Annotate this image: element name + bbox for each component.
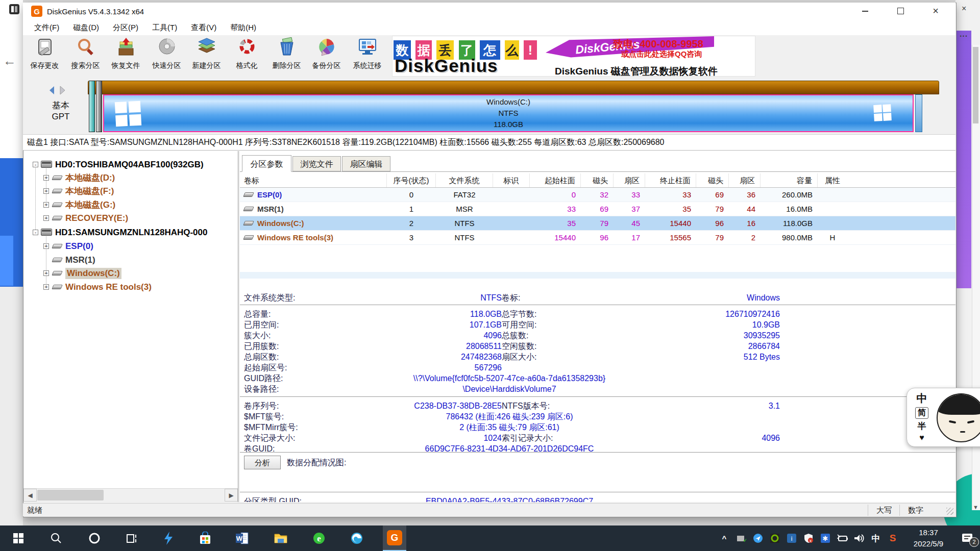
- recover-files-button[interactable]: 恢复文件: [106, 37, 146, 76]
- tray-bird-app-icon[interactable]: [752, 525, 764, 551]
- tray-snowflake-icon[interactable]: ✱: [820, 525, 831, 551]
- tree-item-esp[interactable]: + ESP(0): [23, 240, 238, 253]
- edge-icon[interactable]: [345, 525, 369, 551]
- system-migration-button[interactable]: 系统迁移: [347, 37, 387, 76]
- minimize-button[interactable]: [853, 3, 877, 19]
- backup-partition-button[interactable]: 备份分区: [306, 37, 347, 76]
- esp-partition-bar[interactable]: [89, 81, 95, 132]
- tray-power-icon[interactable]: [837, 525, 848, 551]
- scroll-thumb[interactable]: [37, 490, 104, 500]
- partition-detail-panel: 分区参数 浏览文件 扇区编辑 卷标 序号(状态) 文件系统 标识 起始柱面 磁头…: [240, 151, 955, 502]
- tree-item-windows-re[interactable]: + Windows RE tools(3): [23, 281, 238, 293]
- collapse-icon[interactable]: -: [33, 162, 38, 167]
- cortana-icon[interactable]: [83, 525, 106, 551]
- start-button[interactable]: [7, 525, 30, 551]
- menu-file[interactable]: 文件(F): [34, 23, 59, 33]
- menu-view[interactable]: 查看(V): [191, 23, 216, 33]
- banner-ad[interactable]: 数 据 丢 了 怎 么 ! DiskGenius DiskGenius 致电: …: [392, 36, 755, 77]
- re-partition-bar[interactable]: [915, 94, 922, 132]
- background-close-icon[interactable]: ×: [962, 4, 966, 13]
- scroll-left-button[interactable]: ◀: [23, 489, 37, 502]
- disk-basic-label: 基本: [45, 99, 76, 111]
- menu-tools[interactable]: 工具(T): [152, 23, 177, 33]
- expand-icon[interactable]: +: [43, 188, 49, 194]
- table-row-msr[interactable]: MSR(1) 1 MSR 33 69 37 35 79 44 16.0MB: [240, 202, 955, 216]
- expand-icon[interactable]: +: [43, 215, 49, 221]
- search-partition-button[interactable]: 搜索分区: [65, 37, 106, 76]
- wallpaper-purple-band: [954, 31, 971, 288]
- svg-text:i: i: [791, 535, 793, 542]
- ime-mode-simplified[interactable]: 简: [915, 407, 928, 419]
- resize-grip[interactable]: [946, 508, 953, 515]
- table-row-esp[interactable]: ESP(0) 0 FAT32 0 32 33 33 69 36 260.0MB: [240, 188, 955, 202]
- tree-item-hd0[interactable]: - HD0:TOSHIBAMQ04ABF100(932GB): [23, 158, 238, 171]
- table-row-windows-re[interactable]: Windows RE tools(3) 3 NTFS 15440 96 17 1…: [240, 231, 955, 245]
- tree-item-recovery-e[interactable]: + RECOVERY(E:): [23, 212, 238, 224]
- menu-disk[interactable]: 磁盘(D): [73, 23, 99, 33]
- word-icon[interactable]: W: [230, 525, 254, 551]
- scroll-right-button[interactable]: ▶: [225, 489, 238, 502]
- tray-chevron-icon[interactable]: ^: [719, 525, 730, 551]
- diskgenius-taskbar-icon[interactable]: G: [383, 525, 406, 551]
- new-partition-button[interactable]: 新建分区: [186, 37, 227, 76]
- expand-icon[interactable]: +: [43, 284, 49, 290]
- tray-printer-icon[interactable]: ✓: [736, 525, 747, 551]
- save-changes-button[interactable]: 保存更改: [24, 37, 65, 76]
- next-disk-arrow-icon[interactable]: [59, 85, 67, 97]
- banner-qq-link[interactable]: 或点击此处选择QQ咨询: [621, 49, 702, 59]
- delete-partition-button[interactable]: 删除分区: [266, 37, 307, 76]
- expand-icon[interactable]: +: [43, 243, 49, 249]
- background-more-icon[interactable]: ···: [960, 32, 968, 41]
- tree-item-msr[interactable]: MSR(1): [23, 254, 238, 266]
- clock-date: 2022/5/9: [914, 539, 943, 548]
- ime-mode-chinese[interactable]: 中: [913, 391, 930, 406]
- tree-horizontal-scrollbar[interactable]: ◀ ▶: [23, 488, 238, 502]
- tray-sogou-icon[interactable]: S: [887, 525, 898, 551]
- expand-icon[interactable]: +: [43, 270, 49, 276]
- ime-mode-halfwidth[interactable]: 半: [913, 420, 930, 432]
- tray-nvidia-icon[interactable]: [769, 525, 780, 551]
- tray-ime-indicator[interactable]: 中: [870, 525, 881, 551]
- tray-security-shield-icon[interactable]: x: [803, 525, 814, 551]
- detail-row: 总扇区数:247482368 扇区大小:512 Bytes: [244, 352, 836, 362]
- maximize-button[interactable]: [889, 3, 912, 19]
- tree-item-label: MSR(1): [65, 255, 95, 265]
- tree-item-hd1[interactable]: - HD1:SAMSUNGMZNLN128HAHQ-000: [23, 226, 238, 239]
- tab-sector-edit[interactable]: 扇区编辑: [342, 156, 390, 171]
- tree-item-local-g[interactable]: + 本地磁盘(G:): [23, 198, 238, 211]
- notification-center-icon[interactable]: 2: [959, 525, 976, 551]
- scrollbar-down-arrow[interactable]: ▼: [973, 504, 978, 510]
- expand-icon[interactable]: +: [43, 202, 49, 208]
- taskbar-clock[interactable]: 18:37 2022/5/9: [904, 527, 953, 549]
- tray-intel-graphics-icon[interactable]: i: [786, 525, 797, 551]
- ime-floating-widget[interactable]: 中 简 半 ♥: [906, 388, 980, 447]
- collapse-icon[interactable]: -: [33, 230, 38, 235]
- prev-disk-arrow-icon[interactable]: [47, 85, 56, 97]
- green-browser-icon[interactable]: e: [307, 525, 331, 551]
- task-view-icon[interactable]: [120, 525, 143, 551]
- close-button[interactable]: ×: [924, 3, 947, 19]
- menu-help[interactable]: 帮助(H): [230, 23, 256, 33]
- msr-partition-bar[interactable]: [96, 81, 102, 132]
- flash-app-icon[interactable]: [157, 525, 180, 551]
- quick-partition-button[interactable]: 快速分区: [146, 37, 187, 76]
- expand-icon[interactable]: +: [43, 175, 49, 181]
- tray-volume-icon[interactable]: [853, 525, 865, 551]
- tab-partition-params[interactable]: 分区参数: [242, 155, 291, 172]
- scrollbar-thumb[interactable]: [973, 47, 978, 123]
- ime-heart-icon[interactable]: ♥: [913, 433, 930, 442]
- tree-item-local-d[interactable]: + 本地磁盘(D:): [23, 171, 238, 184]
- menu-partition[interactable]: 分区(P): [113, 23, 138, 33]
- tab-browse-files[interactable]: 浏览文件: [292, 156, 341, 171]
- analyze-button[interactable]: 分析: [244, 456, 281, 469]
- taskbar-search-icon[interactable]: [44, 525, 68, 551]
- svg-text:W: W: [236, 535, 243, 542]
- file-explorer-icon[interactable]: [269, 525, 292, 551]
- table-row-windows-c-selected[interactable]: Windows(C:) 2 NTFS 35 79 45 15440 96 16 …: [240, 216, 955, 231]
- format-button[interactable]: 格式化: [227, 37, 267, 76]
- partition-icon: [52, 203, 63, 207]
- tree-item-windows-c[interactable]: + Windows(C:): [23, 267, 238, 280]
- back-arrow-icon[interactable]: ←: [3, 53, 16, 69]
- tree-item-local-f[interactable]: + 本地磁盘(F:): [23, 185, 238, 197]
- store-icon[interactable]: [193, 525, 217, 551]
